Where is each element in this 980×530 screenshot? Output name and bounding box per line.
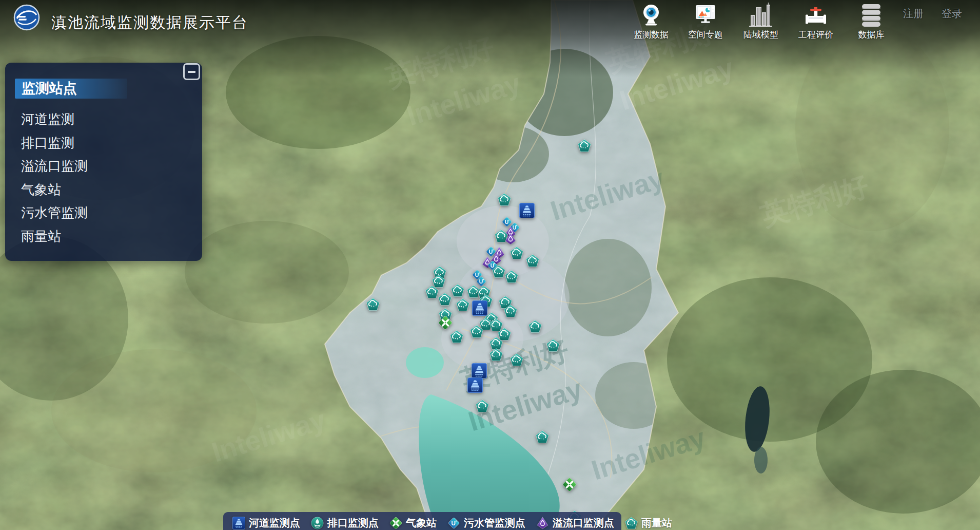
rain-station-icon	[498, 193, 511, 206]
sidebar-item-sewage-pipe-monitoring[interactable]: 污水管监测	[5, 201, 202, 225]
legend-label: 河道监测点	[249, 516, 300, 530]
valve-icon	[803, 3, 828, 27]
minimize-icon	[188, 71, 195, 73]
nav-item-monitoring-data[interactable]: 监测数据	[626, 3, 676, 41]
map-marker-rain[interactable]	[451, 284, 464, 297]
map-marker-rain[interactable]	[510, 247, 523, 259]
rain-station-icon	[366, 298, 380, 311]
legend-label: 排口监测点	[327, 516, 379, 530]
river-station-icon	[472, 363, 487, 378]
panel-header-monitoring-stations[interactable]: 监测站点	[15, 79, 127, 99]
map-marker-rain[interactable]	[510, 353, 523, 366]
map-marker-rain[interactable]	[425, 286, 439, 298]
sidebar-item-weather-station[interactable]: 气象站	[5, 178, 202, 202]
svg-text:U: U	[452, 520, 456, 527]
nav-label: 数据库	[858, 29, 885, 41]
map-marker-rain[interactable]	[526, 254, 539, 267]
register-link[interactable]: 注册	[903, 7, 924, 21]
legend-item-sewage[interactable]: U 污水管监测点	[447, 516, 525, 530]
map-marker-rain[interactable]	[504, 305, 517, 317]
nav-item-land-model[interactable]: 陆域模型	[736, 3, 786, 41]
nav-label: 陆域模型	[743, 29, 778, 41]
legend-label: 溢流口监测点	[553, 516, 614, 530]
rain-station-icon	[504, 305, 517, 317]
rain-station-icon	[528, 320, 542, 333]
small-lake	[406, 347, 444, 378]
nav-item-database[interactable]: 数据库	[847, 3, 896, 41]
legend-label: 雨量站	[641, 516, 672, 530]
map-marker-rain[interactable]	[456, 298, 469, 311]
river-station-icon	[467, 377, 483, 393]
legend-item-weather[interactable]: 气象站	[389, 516, 437, 530]
map-marker-rain[interactable]	[492, 265, 505, 278]
map-marker-rain[interactable]	[489, 348, 503, 361]
overflow-outlet-station-icon	[505, 233, 516, 245]
rain-station-icon	[450, 330, 463, 343]
database-icon	[859, 3, 884, 27]
rain-station-icon	[492, 265, 505, 278]
legend-item-rain[interactable]: 雨量站	[625, 516, 672, 530]
webcam-icon	[639, 3, 663, 27]
map-marker-weather[interactable]	[562, 478, 577, 491]
rain-station-icon	[425, 286, 439, 298]
rain-station-icon	[546, 339, 560, 352]
rain-station-icon	[526, 254, 539, 267]
svg-text:U: U	[479, 278, 483, 285]
weather-station-icon	[562, 478, 577, 491]
panel-minimize-button[interactable]	[183, 63, 200, 80]
rain-station-icon	[489, 348, 503, 361]
buildings-icon	[749, 3, 773, 27]
map-marker-rain[interactable]	[505, 270, 518, 283]
map-marker-rain[interactable]	[546, 339, 560, 352]
map-marker-weather[interactable]	[438, 316, 453, 330]
map-marker-river[interactable]	[467, 377, 483, 393]
svg-text:U: U	[505, 219, 509, 225]
panel-header-label: 监测站点	[22, 81, 77, 96]
map-marker-river[interactable]	[472, 363, 487, 378]
map-marker-rain[interactable]	[578, 139, 591, 152]
sidebar-item-river-monitoring[interactable]: 河道监测	[5, 108, 202, 131]
map-marker-rain[interactable]	[450, 330, 463, 343]
map-marker-rain[interactable]	[476, 400, 489, 412]
legend-item-outlet[interactable]: 排口监测点	[311, 516, 379, 530]
map-marker-rain[interactable]	[438, 293, 452, 306]
nav-item-project-evaluation[interactable]: 工程评价	[791, 3, 840, 41]
map-marker-rain[interactable]	[528, 320, 542, 333]
legend-item-overflow[interactable]: 溢流口监测点	[536, 516, 614, 530]
rain-station-legend-icon	[625, 517, 638, 529]
map-marker-rain[interactable]	[536, 430, 549, 443]
sidebar-item-outlet-monitoring[interactable]: 排口监测	[5, 131, 202, 155]
nav-label: 监测数据	[634, 29, 669, 41]
map-marker-rain[interactable]	[366, 298, 380, 311]
rain-station-icon	[438, 293, 452, 306]
weather-station-icon	[438, 316, 453, 330]
river-station-legend-icon	[232, 517, 245, 529]
outlet-station-legend-icon	[311, 517, 324, 529]
station-type-list: 河道监测 排口监测 溢流口监测 气象站 污水管监测 雨量站	[5, 108, 202, 248]
nav-label: 工程评价	[798, 29, 833, 41]
rain-station-icon	[456, 298, 469, 311]
weather-station-legend-icon	[389, 517, 402, 529]
river-station-icon	[519, 203, 535, 218]
legend-item-river[interactable]: 河道监测点	[232, 516, 300, 530]
page-title: 滇池流域监测数据展示平台	[51, 12, 248, 33]
rain-station-icon	[470, 325, 483, 338]
map-marker-overflow[interactable]	[505, 233, 516, 245]
nav-label: 空间专题	[688, 29, 723, 41]
rain-station-icon	[536, 430, 549, 443]
rain-station-icon	[510, 247, 523, 259]
sidebar-item-overflow-monitoring[interactable]: 溢流口监测	[5, 155, 202, 178]
platform-logo	[13, 4, 40, 31]
rain-station-icon	[451, 284, 464, 297]
rain-station-icon	[505, 270, 518, 283]
overflow-outlet-legend-icon	[536, 517, 549, 529]
monitor-chart-icon	[693, 3, 718, 27]
rain-station-icon	[578, 139, 591, 152]
legend-label: 气象站	[406, 516, 437, 530]
sidebar-item-rain-station[interactable]: 雨量站	[5, 225, 202, 249]
nav-item-spatial-topics[interactable]: 空间专题	[681, 3, 730, 41]
map-marker-rain[interactable]	[498, 193, 511, 206]
login-link[interactable]: 登录	[942, 7, 962, 21]
map-marker-river[interactable]	[519, 203, 535, 218]
map-marker-rain[interactable]	[470, 325, 483, 338]
